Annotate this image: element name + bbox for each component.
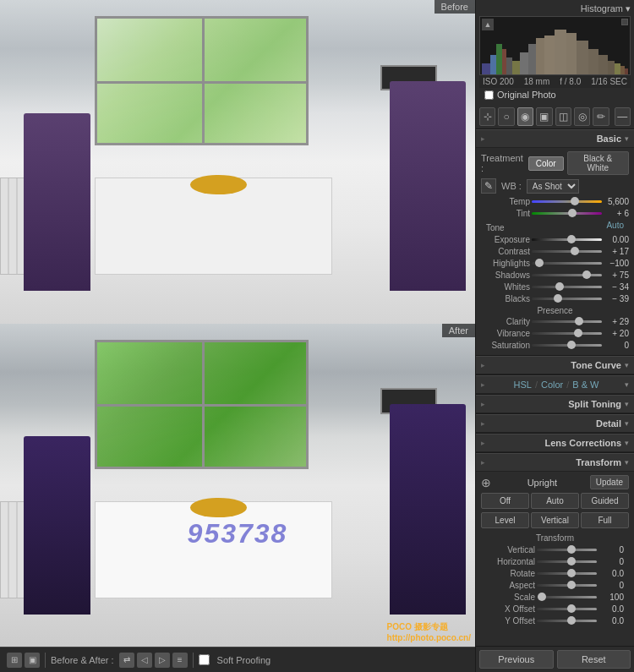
upright-auto-btn[interactable]: Auto: [531, 493, 579, 509]
tool-graduated-btn[interactable]: ◫: [555, 107, 571, 126]
hsl-btn[interactable]: HSL: [514, 380, 532, 390]
treatment-row: Treatment : Color Black & White: [481, 151, 629, 175]
histogram-expand-btn[interactable]: ▲: [482, 19, 494, 30]
previous-btn[interactable]: Previous: [479, 650, 554, 669]
saturation-thumb[interactable]: [567, 341, 576, 349]
clarity-thumb[interactable]: [575, 317, 583, 325]
transform-sliders: Transform Vertical 0 Horizontal: [481, 532, 629, 631]
upright-move-icon[interactable]: ⊕: [481, 476, 491, 489]
upright-level-btn[interactable]: Level: [481, 512, 529, 528]
upright-full-btn[interactable]: Full: [581, 512, 629, 528]
temp-slider-row: Temp 5,600: [481, 196, 629, 206]
treatment-label: Treatment :: [481, 153, 523, 173]
tone-label-row: Tone Auto: [481, 220, 629, 234]
vibrance-thumb[interactable]: [574, 329, 582, 337]
upright-vertical-btn[interactable]: Vertical: [531, 512, 579, 528]
ba-settings-btn[interactable]: ≡: [172, 653, 188, 668]
tone-curve-header[interactable]: ▸ Tone Curve ▾: [476, 356, 634, 374]
tool-crop-btn[interactable]: ○: [498, 107, 514, 126]
tool-redeye-btn[interactable]: ▣: [536, 107, 552, 126]
tool-radial-btn[interactable]: ◎: [574, 107, 590, 126]
tone-curve-title: Tone Curve: [491, 360, 621, 370]
transform-section: ▸ Transform ▾ ⊕ Upright Update Off Auto …: [476, 452, 634, 634]
aspect-thumb[interactable]: [567, 581, 576, 589]
saturation-row: Saturation 0: [481, 340, 629, 350]
basic-section-header[interactable]: ▸ Basic ▾: [476, 129, 634, 148]
vibrance-value: + 20: [604, 329, 629, 338]
ba-swap-btn[interactable]: ⇄: [119, 653, 134, 668]
horizontal-track: [537, 556, 597, 566]
tone-auto[interactable]: Auto: [606, 221, 624, 233]
vertical-label: Vertical: [486, 545, 535, 555]
temp-label: Temp: [481, 197, 530, 206]
clarity-row: Clarity + 29: [481, 316, 629, 326]
lens-corrections-header[interactable]: ▸ Lens Corrections ▾: [476, 434, 634, 452]
vertical-thumb[interactable]: [567, 545, 576, 554]
aspect-row: Aspect 0: [486, 580, 624, 590]
tool-settings-btn[interactable]: —: [615, 107, 631, 126]
tint-thumb[interactable]: [568, 209, 577, 217]
upright-off-btn[interactable]: Off: [481, 493, 529, 509]
watermark: 953738: [188, 518, 288, 549]
tool-spot-removal-btn[interactable]: ◉: [517, 107, 533, 126]
basic-toggle: ▸: [481, 134, 488, 143]
soft-proofing-label: Soft Proofing: [217, 655, 271, 665]
whites-thumb[interactable]: [555, 282, 564, 291]
highlights-value: −100: [604, 259, 629, 268]
ba-right-btn[interactable]: ▷: [155, 653, 170, 668]
right-panel: Histogram ▾ ▲: [475, 0, 634, 672]
tool-histogram-btn[interactable]: ⊹: [479, 107, 495, 126]
shadows-row: Shadows + 75: [481, 270, 629, 280]
shadows-thumb[interactable]: [582, 270, 591, 279]
tone-curve-section: ▸ Tone Curve ▾: [476, 355, 634, 374]
transform-header[interactable]: ▸ Transform ▾: [476, 453, 634, 472]
saturation-label: Saturation: [481, 341, 530, 350]
wb-label: WB :: [501, 181, 522, 191]
rotate-thumb[interactable]: [567, 569, 576, 577]
clarity-track: [532, 316, 602, 326]
scale-track: [537, 592, 597, 602]
contrast-thumb[interactable]: [571, 247, 579, 255]
reset-btn[interactable]: Reset: [557, 650, 631, 669]
highlights-thumb[interactable]: [535, 259, 544, 267]
split-toning-header[interactable]: ▸ Split Toning ▾: [476, 395, 634, 413]
vertical-value: 0: [598, 545, 624, 555]
upright-buttons-row: Off Auto Guided: [481, 493, 629, 509]
wb-select[interactable]: As Shot: [527, 179, 579, 194]
vertical-track: [537, 544, 597, 555]
upright-section: ⊕ Upright Update Off Auto Guided Level V…: [476, 472, 634, 634]
transform-arrow: ▾: [625, 458, 629, 467]
rotate-track: [537, 568, 597, 578]
color-btn[interactable]: Color: [528, 156, 564, 171]
soft-proofing-checkbox[interactable]: [199, 654, 210, 665]
hsl-section-header[interactable]: ▸ HSL / Color / B & W ▾: [476, 375, 634, 394]
fruit-bowl-after: [190, 498, 247, 517]
tint-value: + 6: [604, 209, 629, 218]
shadows-track: [532, 270, 602, 280]
ba-left-btn[interactable]: ◁: [137, 653, 152, 668]
contrast-track: [532, 246, 602, 256]
loupe-view-btn[interactable]: ▣: [25, 653, 40, 668]
exposure-thumb[interactable]: [567, 235, 576, 243]
detail-header[interactable]: ▸ Detail ▾: [476, 414, 634, 433]
x-offset-row: X Offset 0.0: [486, 604, 624, 614]
original-photo-checkbox[interactable]: [484, 90, 494, 100]
poco-watermark: POCO 摄影专题 http://photo.poco.cn/: [387, 621, 471, 642]
tool-brush-btn[interactable]: ✏: [593, 107, 609, 126]
update-btn[interactable]: Update: [590, 475, 629, 489]
y-offset-thumb[interactable]: [567, 616, 576, 625]
split-toning-toggle: ▸: [481, 400, 488, 408]
temp-thumb[interactable]: [571, 197, 579, 205]
upright-guided-btn[interactable]: Guided: [581, 493, 629, 509]
bw-btn-hsl[interactable]: B & W: [572, 380, 598, 390]
histogram-title[interactable]: Histogram ▾: [479, 3, 631, 14]
horizontal-thumb[interactable]: [567, 557, 576, 565]
grid-view-btn[interactable]: ⊞: [7, 653, 22, 668]
color-btn-hsl[interactable]: Color: [541, 380, 563, 390]
bw-btn[interactable]: Black & White: [567, 151, 629, 175]
wb-eyedropper[interactable]: ✎: [481, 178, 496, 194]
x-offset-thumb[interactable]: [567, 604, 576, 613]
basic-arrow: ▾: [625, 134, 629, 143]
scale-thumb[interactable]: [538, 593, 546, 601]
blacks-thumb[interactable]: [554, 294, 562, 303]
